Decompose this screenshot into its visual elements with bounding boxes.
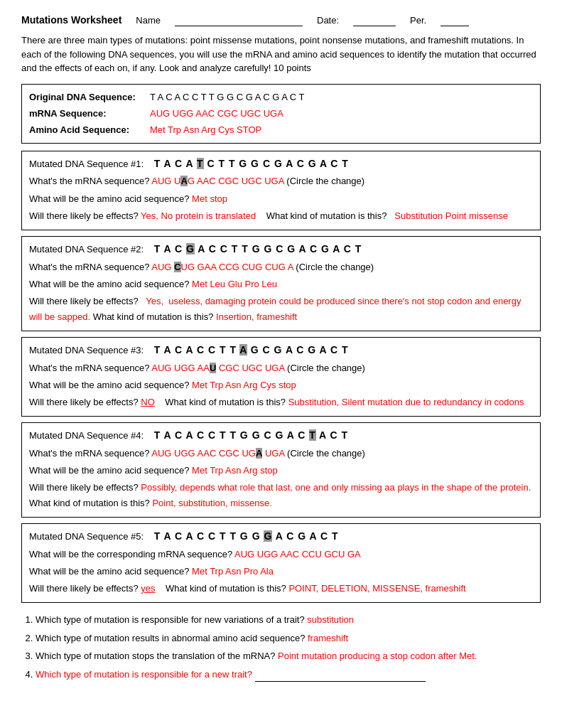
- mut1-seq: T A C A T C T T G G C G A C G A C T: [154, 158, 349, 169]
- intro-text: There are three main types of mutations:…: [21, 33, 541, 75]
- mut2-q2-label: What will be the amino acid sequence?: [29, 279, 189, 289]
- mut3-q3: Will there likely be effects? NO What ki…: [29, 395, 533, 410]
- mut1-q1-circle: (Circle the change): [286, 176, 364, 186]
- mut4-title-label: Mutated DNA Sequence #4:: [29, 430, 151, 441]
- mut3-q1-label: What's the mRNA sequence?: [29, 363, 149, 373]
- question-item-3: Which type of mutation stops the transla…: [36, 649, 541, 663]
- original-mrna-label: mRNA Sequence:: [29, 105, 143, 122]
- mut5-highlight: G: [264, 530, 272, 542]
- mut5-title-row: Mutated DNA Sequence #5: T A C A C C T T…: [29, 528, 533, 545]
- mut2-q1-label: What's the mRNA sequence?: [29, 262, 149, 272]
- q1-answer: substitution: [307, 614, 354, 625]
- mut1-q3: Will there likely be effects? Yes, No pr…: [29, 208, 533, 224]
- mut4-q1-highlight: A: [256, 448, 262, 459]
- name-label: Name: [136, 15, 161, 26]
- mut3-q1: What's the mRNA sequence? AUG UGG AAU CG…: [29, 360, 533, 376]
- mut1-q1-answer: AUG UAG AAC CGC UGC UGA: [151, 176, 283, 186]
- mut1-q3-label: Will there likely be effects?: [29, 210, 139, 221]
- mut4-q2-label: What will be the amino acid sequence?: [29, 465, 189, 476]
- mut4-q2-answer: Met Trp Asn Arg stop: [192, 465, 278, 476]
- questions-section: Which type of mutation is responsible fo…: [21, 613, 541, 682]
- mut1-q1-label: What's the mRNA sequence?: [29, 176, 149, 186]
- mut1-q1: What's the mRNA sequence? AUG UAG AAC CG…: [29, 173, 533, 189]
- mut2-highlight: G: [186, 243, 195, 255]
- mutation-box-2: Mutated DNA Sequence #2: T A C G A C C T…: [21, 236, 541, 331]
- original-amino-seq: Met Trp Asn Arg Cys STOP: [150, 122, 261, 138]
- mut4-q3-label: Will there likely be effects?: [29, 482, 139, 493]
- question-item-1: Which type of mutation is responsible fo…: [36, 613, 541, 627]
- mut4-q2: What will be the amino acid sequence? Me…: [29, 463, 533, 478]
- mut5-seq: T A C A C C T T G G G A C G A C T: [154, 530, 339, 542]
- mut5-q1-label: What will be the corresponding mRNA sequ…: [29, 549, 232, 560]
- mut3-q3-label: Will there likely be effects?: [29, 397, 139, 407]
- mut3-title-row: Mutated DNA Sequence #3: T A C A C C T T…: [29, 342, 533, 359]
- mut3-q1-highlight: U: [210, 363, 216, 373]
- q2-wrapper: Which type of mutation results in abnorm…: [36, 633, 348, 643]
- mut2-q2: What will be the amino acid sequence? Me…: [29, 277, 533, 292]
- original-sequence-box: Original DNA Sequence: T A C A C C T T G…: [21, 84, 541, 144]
- mut4-q3-type: Point, substitution, missense.: [152, 498, 271, 508]
- mut4-title-row: Mutated DNA Sequence #4: T A C A C C T T…: [29, 427, 533, 444]
- mut4-q1-label: What's the mRNA sequence?: [29, 448, 149, 459]
- mutation-box-1: Mutated DNA Sequence #1: T A C A T C T T…: [21, 151, 541, 230]
- q3-answer: Point mutation producing a stop codon af…: [278, 651, 477, 661]
- mut5-q3-mid: What kind of mutation is this?: [158, 583, 286, 594]
- question-item-4: Which type of mutation is responsible fo…: [36, 668, 541, 682]
- mut3-q3-no: NO: [141, 397, 155, 407]
- original-dna-label: Original DNA Sequence:: [29, 89, 143, 105]
- mutation-box-5: Mutated DNA Sequence #5: T A C A C C T T…: [21, 523, 541, 603]
- mut3-title-label: Mutated DNA Sequence #3:: [29, 345, 151, 355]
- mut2-q3: Will there likely be effects? Yes, usele…: [29, 294, 533, 325]
- per-label: Per.: [410, 15, 426, 26]
- mut1-q2: What will be the amino acid sequence? Me…: [29, 191, 533, 207]
- q3-text: Which type of mutation stops the transla…: [36, 651, 275, 661]
- mut5-q2-label: What will be the amino acid sequence?: [29, 566, 189, 577]
- mut2-q3-mid: What kind of mutation is this?: [93, 311, 214, 322]
- mut1-q2-answer: Met stop: [192, 193, 227, 204]
- mut1-q1-highlight: A: [180, 176, 187, 186]
- mut1-q3-answer: Yes, No protein is translated: [141, 210, 256, 221]
- mut4-q1-circle: (Circle the change): [287, 448, 365, 459]
- mut2-q1: What's the mRNA sequence? AUG CUG GAA CC…: [29, 259, 533, 275]
- q4-text: Which type of mutation is responsible fo…: [36, 669, 426, 680]
- mut1-highlight: T: [197, 158, 204, 169]
- mut3-q2-answer: Met Trp Asn Arg Cys stop: [192, 380, 296, 390]
- mut3-q1-circle: (Circle the change): [287, 363, 365, 373]
- mut5-q3: Will there likely be effects? yes What k…: [29, 581, 533, 596]
- mut5-q2: What will be the amino acid sequence? Me…: [29, 564, 533, 579]
- mut5-q3-answer: yes: [141, 583, 155, 594]
- q4-answer-line: [255, 668, 426, 682]
- mut4-highlight: T: [309, 429, 316, 441]
- mut3-q2-label: What will be the amino acid sequence?: [29, 380, 189, 390]
- q2-answer: frameshift: [308, 633, 348, 643]
- mut2-q1-circle: (Circle the change): [296, 262, 374, 272]
- original-amino-label: Amino Acid Sequence:: [29, 122, 143, 138]
- questions-list: Which type of mutation is responsible fo…: [21, 613, 541, 682]
- q2-text: Which type of mutation results in abnorm…: [36, 633, 305, 643]
- mut4-q1-answer: AUG UGG AAC CGC UGA UGA: [151, 448, 284, 459]
- mut3-q3-mid: What kind of mutation is this?: [157, 397, 286, 407]
- original-mrna-row: mRNA Sequence: AUG UGG AAC CGC UGC UGA: [29, 105, 533, 122]
- question-item-2: Which type of mutation results in abnorm…: [36, 631, 541, 646]
- mut5-title-label: Mutated DNA Sequence #5:: [29, 531, 151, 542]
- mut4-q3-answer: Possibly, depends what role that last, o…: [141, 482, 531, 493]
- mut5-q2-answer: Met Trp Asn Pro Ala: [192, 566, 274, 577]
- original-dna-row: Original DNA Sequence: T A C A C C T T G…: [29, 89, 533, 105]
- mut2-q3-label: Will there likely be effects?: [29, 296, 139, 306]
- original-mrna-seq: AUG UGG AAC CGC UGC UGA: [150, 105, 283, 122]
- mutation-box-4: Mutated DNA Sequence #4: T A C A C C T T…: [21, 422, 541, 518]
- mut1-q3-mid: What kind of mutation is this?: [259, 210, 387, 221]
- mut4-q3-mid: What kind of mutation is this?: [29, 498, 150, 508]
- mut2-q1-answer: AUG CUG GAA CCG CUG CUG A: [151, 262, 293, 272]
- mut5-q1-answer: AUG UGG AAC CCU GCU GA: [234, 549, 361, 560]
- mut4-q3: Will there likely be effects? Possibly, …: [29, 480, 533, 511]
- name-field: [175, 15, 303, 26]
- date-field: [353, 15, 396, 26]
- mut3-q1-answer: AUG UGG AAU CGC UGC UGA: [151, 363, 284, 373]
- mut4-seq: T A C A C C T T G G C G A C T A C T: [154, 429, 349, 441]
- worksheet-title: Mutations Worksheet: [21, 14, 121, 26]
- mut5-q3-label: Will there likely be effects?: [29, 583, 139, 594]
- original-dna-seq: T A C A C C T T G G C G A C G A C T: [150, 89, 304, 105]
- mut2-q3-type: Insertion, frameshift: [216, 311, 297, 322]
- q1-text: Which type of mutation is responsible fo…: [36, 614, 305, 625]
